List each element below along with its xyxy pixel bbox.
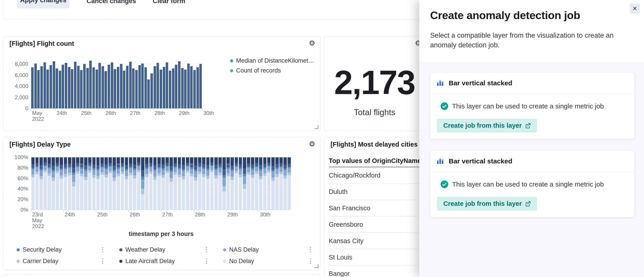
delay-stacked-bar-segment[interactable] — [44, 170, 47, 172]
delay-stacked-bar-segment[interactable] — [52, 170, 55, 171]
flight-count-bar[interactable] — [123, 71, 125, 108]
delay-stacked-bar-segment[interactable] — [170, 166, 173, 170]
delay-stacked-bar-segment[interactable] — [243, 157, 246, 168]
delay-stacked-bar-segment[interactable] — [52, 157, 55, 166]
flight-count-bar[interactable] — [108, 65, 110, 108]
delay-stacked-bar-segment[interactable] — [48, 157, 51, 164]
flight-count-bar[interactable] — [114, 69, 116, 109]
delay-stacked-bar-segment[interactable] — [255, 166, 258, 167]
delay-stacked-bar-segment[interactable] — [182, 179, 185, 210]
delay-stacked-bar-segment[interactable] — [125, 176, 128, 180]
delay-stacked-bar-segment[interactable] — [76, 174, 80, 210]
delay-stacked-bar-segment[interactable] — [284, 168, 287, 170]
legend-options-icon[interactable]: ⋮ — [100, 258, 106, 264]
flight-count-bar[interactable] — [83, 64, 86, 108]
delay-stacked-bar-segment[interactable] — [108, 173, 112, 210]
delay-stacked-bar-segment[interactable] — [72, 186, 75, 210]
delay-stacked-bar-segment[interactable] — [100, 163, 104, 166]
delay-stacked-bar-segment[interactable] — [251, 170, 254, 175]
delay-stacked-bar-segment[interactable] — [206, 169, 210, 170]
delay-stacked-bar-segment[interactable] — [235, 157, 238, 163]
delay-stacked-bar-segment[interactable] — [271, 178, 275, 181]
delay-stacked-bar-segment[interactable] — [158, 167, 161, 169]
delay-stacked-bar-segment[interactable] — [44, 162, 47, 165]
delay-stacked-bar-segment[interactable] — [280, 166, 283, 167]
delay-stacked-bar-segment[interactable] — [263, 168, 266, 173]
flight-count-bar[interactable] — [44, 62, 46, 108]
delay-stacked-bar-segment[interactable] — [267, 165, 271, 166]
delay-stacked-bar-segment[interactable] — [218, 175, 222, 210]
delay-stacked-bar-segment[interactable] — [259, 169, 262, 171]
delay-stacked-bar-segment[interactable] — [121, 166, 124, 167]
delay-stacked-bar-segment[interactable] — [259, 157, 262, 165]
delay-stacked-bar-segment[interactable] — [190, 167, 193, 169]
delay-stacked-bar-segment[interactable] — [198, 167, 201, 172]
delay-stacked-bar-segment[interactable] — [178, 177, 181, 210]
delay-stacked-bar-segment[interactable] — [56, 171, 59, 173]
delay-stacked-bar-segment[interactable] — [218, 157, 222, 164]
delay-stacked-bar-segment[interactable] — [206, 179, 210, 210]
delay-stacked-bar-segment[interactable] — [141, 179, 144, 189]
delay-stacked-bar-segment[interactable] — [235, 173, 238, 210]
delay-stacked-bar-segment[interactable] — [263, 167, 266, 169]
flight-count-bar[interactable] — [92, 67, 95, 108]
delay-stacked-bar-segment[interactable] — [174, 157, 177, 163]
delay-stacked-bar-segment[interactable] — [280, 157, 283, 163]
delay-stacked-bar-segment[interactable] — [226, 173, 230, 176]
delay-stacked-bar-segment[interactable] — [166, 157, 169, 163]
delay-stacked-bar-segment[interactable] — [154, 169, 157, 171]
delay-stacked-bar-segment[interactable] — [247, 157, 250, 163]
create-job-from-layer-button[interactable]: Create job from this layer — [437, 197, 537, 210]
delay-stacked-bar-segment[interactable] — [40, 169, 43, 171]
delay-stacked-bar-segment[interactable] — [247, 168, 250, 172]
flight-count-bar[interactable] — [111, 62, 113, 108]
delay-stacked-bar-segment[interactable] — [112, 181, 116, 210]
delay-stacked-bar-segment[interactable] — [158, 173, 161, 176]
delay-stacked-bar-segment[interactable] — [162, 168, 165, 169]
delay-stacked-bar-segment[interactable] — [40, 171, 43, 176]
flight-count-bar[interactable] — [172, 69, 174, 108]
delay-stacked-bar-segment[interactable] — [210, 162, 214, 165]
delay-stacked-bar-segment[interactable] — [76, 167, 80, 171]
delay-stacked-bar-segment[interactable] — [88, 167, 92, 170]
panel-resize-handle[interactable] — [314, 264, 318, 268]
delay-stacked-bar-segment[interactable] — [198, 174, 201, 210]
delay-stacked-bar-segment[interactable] — [125, 169, 128, 171]
delay-stacked-bar-segment[interactable] — [214, 168, 218, 170]
delay-stacked-bar-segment[interactable] — [100, 166, 104, 168]
delay-stacked-bar-segment[interactable] — [137, 170, 140, 172]
flight-count-bar[interactable] — [169, 71, 171, 108]
delay-stacked-bar-segment[interactable] — [60, 168, 63, 170]
delay-stacked-bar-segment[interactable] — [206, 157, 210, 165]
delay-stacked-bar-segment[interactable] — [198, 166, 201, 167]
delay-stacked-bar-segment[interactable] — [36, 163, 39, 166]
flight-count-bar[interactable] — [37, 70, 40, 108]
delay-stacked-bar-segment[interactable] — [96, 157, 100, 165]
flight-count-bar[interactable] — [144, 67, 147, 108]
delay-stacked-bar-segment[interactable] — [235, 163, 238, 166]
delay-stacked-bar-segment[interactable] — [202, 164, 206, 167]
flight-count-bar[interactable] — [80, 70, 82, 108]
delay-stacked-bar-segment[interactable] — [218, 173, 222, 175]
table-row[interactable]: Chicago/Rockford — [329, 167, 422, 184]
delay-stacked-bar-segment[interactable] — [141, 189, 144, 194]
delay-stacked-bar-segment[interactable] — [133, 168, 136, 170]
delay-stacked-bar-segment[interactable] — [267, 163, 271, 165]
delay-stacked-bar-segment[interactable] — [145, 167, 148, 169]
delay-stacked-bar-segment[interactable] — [44, 172, 47, 210]
flight-count-bar[interactable] — [31, 67, 34, 108]
delay-stacked-bar-segment[interactable] — [88, 157, 92, 163]
delay-stacked-bar-segment[interactable] — [116, 157, 120, 164]
flight-count-bar[interactable] — [178, 61, 180, 108]
delay-stacked-bar-segment[interactable] — [129, 164, 132, 167]
delay-stacked-bar-segment[interactable] — [52, 178, 55, 181]
legend-item-count-of-records[interactable]: Count of records — [230, 67, 281, 74]
delay-stacked-bar-segment[interactable] — [100, 175, 104, 210]
delay-stacked-bar-segment[interactable] — [64, 177, 67, 210]
flight-count-bar[interactable] — [56, 69, 58, 108]
delay-stacked-bar-segment[interactable] — [137, 172, 140, 210]
delay-stacked-bar-segment[interactable] — [40, 157, 43, 165]
delay-stacked-bar-segment[interactable] — [104, 174, 108, 177]
flight-count-bar[interactable] — [181, 68, 184, 108]
delay-stacked-bar-segment[interactable] — [271, 181, 275, 210]
